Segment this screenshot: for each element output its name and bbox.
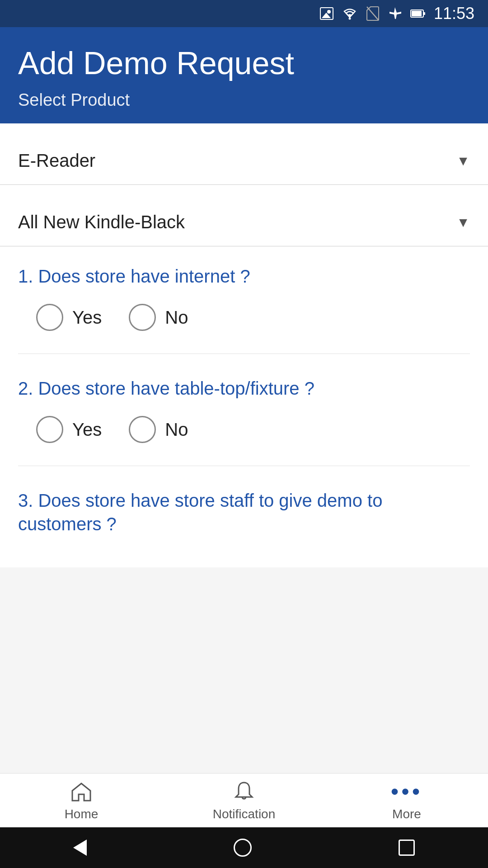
question-2-radio-group: Yes No — [18, 416, 470, 443]
question-2-text: 2. Does store have table-top/fixture ? — [18, 377, 470, 400]
question-2-yes-radio[interactable] — [36, 416, 63, 443]
nav-notification-label: Notification — [213, 807, 276, 821]
nav-home-label: Home — [65, 807, 99, 821]
page-title: Add Demo Request — [18, 45, 470, 81]
android-back-button[interactable] — [73, 840, 87, 856]
gallery-icon — [320, 7, 333, 20]
svg-rect-4 — [423, 12, 425, 15]
questions-section: 1. Does store have internet ? Yes No 2. … — [0, 246, 488, 567]
question-1-body: Does store have internet ? — [38, 266, 250, 286]
question-2-no-label: No — [165, 420, 188, 440]
android-navigation-bar — [0, 827, 488, 868]
no-sim-icon — [366, 6, 380, 21]
status-bar: 11:53 — [0, 0, 488, 27]
select-product-label: Select Product — [18, 90, 470, 110]
question-1: 1. Does store have internet ? Yes No — [18, 264, 470, 331]
status-icons: 11:53 — [320, 4, 474, 23]
question-1-radio-group: Yes No — [18, 304, 470, 331]
question-1-yes[interactable]: Yes — [36, 304, 102, 331]
question-2-body: Does store have table-top/fixture ? — [38, 378, 314, 398]
product-name-dropdown[interactable]: All New Kindle-Black ▼ — [0, 198, 488, 246]
dropdown-spacer-2 — [0, 185, 488, 198]
question-1-no-radio[interactable] — [129, 304, 156, 331]
svg-line-1 — [367, 7, 379, 20]
dropdown-arrow-2: ▼ — [456, 215, 470, 230]
product-category-dropdown[interactable]: E-Reader ▼ — [0, 137, 488, 185]
recents-icon — [399, 840, 415, 856]
question-2-no-radio[interactable] — [129, 416, 156, 443]
dropdown-arrow-1: ▼ — [456, 153, 470, 169]
question-1-yes-label: Yes — [72, 307, 102, 328]
question-2: 2. Does store have table-top/fixture ? Y… — [18, 377, 470, 443]
bottom-navigation: Home Notification ••• More — [0, 773, 488, 827]
main-content: E-Reader ▼ All New Kindle-Black ▼ 1. Doe… — [0, 123, 488, 567]
android-home-button[interactable] — [234, 839, 252, 857]
question-3-body: Does store have store staff to give demo… — [18, 491, 382, 534]
back-icon — [73, 840, 87, 856]
question-1-text: 1. Does store have internet ? — [18, 264, 470, 288]
product-category-value: E-Reader — [18, 151, 95, 171]
nav-home[interactable]: Home — [0, 780, 163, 821]
question-3-text: 3. Does store have store staff to give d… — [18, 489, 470, 536]
battery-icon — [410, 9, 426, 19]
nav-notification[interactable]: Notification — [163, 780, 325, 821]
wifi-icon — [342, 7, 358, 20]
question-3: 3. Does store have store staff to give d… — [18, 489, 470, 536]
question-2-yes[interactable]: Yes — [36, 416, 102, 443]
nav-more-label: More — [392, 807, 421, 821]
divider-2 — [18, 466, 470, 466]
question-2-yes-label: Yes — [72, 420, 102, 440]
question-1-yes-radio[interactable] — [36, 304, 63, 331]
more-dots-icon: ••• — [391, 780, 423, 803]
dropdown-spacer-1 — [0, 123, 488, 137]
bell-icon — [232, 780, 256, 803]
divider-1 — [18, 354, 470, 354]
question-1-no-label: No — [165, 307, 188, 328]
product-name-value: All New Kindle-Black — [18, 212, 185, 232]
home-icon — [70, 780, 93, 803]
question-1-no[interactable]: No — [129, 304, 188, 331]
airplane-icon — [388, 6, 402, 21]
home-circle-icon — [234, 839, 252, 857]
nav-more[interactable]: ••• More — [325, 780, 488, 821]
question-2-no[interactable]: No — [129, 416, 188, 443]
svg-point-0 — [348, 18, 351, 20]
status-time: 11:53 — [434, 4, 474, 23]
header: Add Demo Request Select Product — [0, 27, 488, 123]
svg-rect-3 — [412, 11, 422, 16]
android-recents-button[interactable] — [399, 840, 415, 856]
